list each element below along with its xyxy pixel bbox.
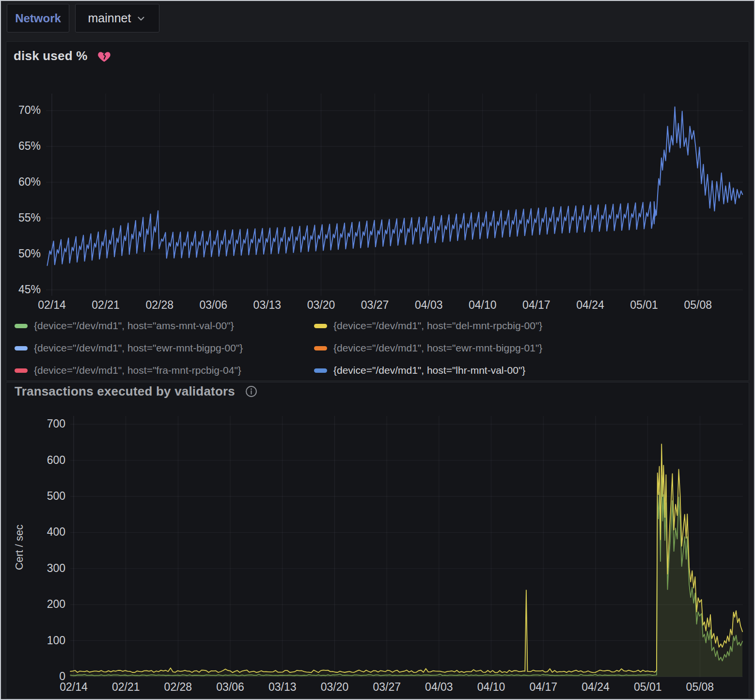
- disk-used-panel-header[interactable]: disk used %: [14, 48, 111, 64]
- xtick-label: 04/10: [456, 299, 509, 312]
- transactions-panel: [6, 382, 749, 699]
- transactions-title: Transactions executed by validators: [15, 384, 235, 399]
- xtick-label: 05/01: [617, 299, 671, 312]
- legend-label: {device="/dev/md1", host="ewr-mnt-bigpg-…: [333, 342, 542, 354]
- legend-item-3[interactable]: {device="/dev/md1", host="ewr-mnt-bigpg-…: [314, 337, 741, 359]
- y-axis-title: Cert / sec: [13, 499, 28, 596]
- legend-label: {device="/dev/md1", host="ams-mnt-val-00…: [34, 320, 234, 332]
- xtick-label: 03/06: [204, 681, 257, 694]
- xtick-label: 04/17: [517, 681, 570, 694]
- ytick-label: 65%: [0, 140, 41, 153]
- xtick-label: 04/24: [564, 299, 617, 312]
- xtick-label: 03/20: [295, 299, 348, 312]
- ytick-label: 300: [22, 562, 65, 575]
- legend-item-4[interactable]: {device="/dev/md1", host="fra-mnt-rpcbig…: [15, 359, 314, 382]
- network-variable-dropdown[interactable]: mainnet: [75, 4, 159, 32]
- legend-label: {device="/dev/md1", host="ewr-mnt-bigpg-…: [34, 342, 243, 354]
- grafana-dashboard: Network mainnet disk used % Transactions…: [0, 0, 755, 700]
- legend-item-0[interactable]: {device="/dev/md1", host="ams-mnt-val-00…: [15, 315, 314, 337]
- ytick-label: 100: [22, 634, 65, 647]
- xtick-label: 02/14: [25, 299, 79, 312]
- xtick-label: 02/28: [151, 681, 204, 694]
- ytick-label: 500: [22, 490, 65, 503]
- xtick-label: 03/27: [348, 299, 402, 312]
- chevron-down-icon: [136, 13, 146, 24]
- xtick-label: 04/17: [510, 299, 563, 312]
- transactions-panel-header[interactable]: Transactions executed by validators: [15, 384, 258, 399]
- broken-heart-icon: [97, 49, 111, 64]
- ytick-label: 45%: [0, 283, 41, 296]
- legend-item-5[interactable]: {device="/dev/md1", host="lhr-mnt-val-00…: [314, 359, 741, 382]
- ytick-label: 600: [22, 454, 65, 467]
- info-icon[interactable]: [245, 385, 258, 398]
- disk-used-legend: {device="/dev/md1", host="ams-mnt-val-00…: [15, 315, 741, 382]
- ytick-label: 700: [22, 417, 65, 430]
- network-value: mainnet: [88, 11, 131, 25]
- xtick-label: 05/01: [621, 681, 675, 694]
- ytick-label: 70%: [0, 104, 41, 117]
- xtick-label: 05/08: [671, 299, 724, 312]
- ytick-label: 200: [22, 598, 65, 611]
- legend-label: {device="/dev/md1", host="lhr-mnt-val-00…: [333, 365, 525, 376]
- disk-used-title: disk used %: [14, 48, 87, 64]
- xtick-label: 02/28: [133, 299, 186, 312]
- legend-swatch: [314, 324, 327, 328]
- legend-label: {device="/dev/md1", host="fra-mnt-rpcbig…: [34, 365, 241, 376]
- legend-label: {device="/dev/md1", host="del-mnt-rpcbig…: [333, 320, 542, 332]
- xtick-label: 05/08: [673, 681, 726, 694]
- xtick-label: 03/13: [256, 681, 309, 694]
- legend-swatch: [15, 324, 28, 328]
- legend-item-2[interactable]: {device="/dev/md1", host="ewr-mnt-bigpg-…: [15, 337, 314, 359]
- network-variable-label: Network: [7, 4, 69, 32]
- legend-swatch: [15, 368, 28, 373]
- legend-swatch: [314, 368, 327, 373]
- legend-swatch: [15, 346, 28, 350]
- network-label: Network: [15, 12, 61, 25]
- xtick-label: 04/03: [412, 681, 466, 694]
- ytick-label: 400: [22, 525, 65, 539]
- xtick-label: 03/13: [240, 299, 294, 312]
- xtick-label: 04/03: [402, 299, 456, 312]
- xtick-label: 03/20: [308, 681, 362, 694]
- xtick-label: 04/24: [569, 681, 622, 694]
- xtick-label: 03/27: [360, 681, 413, 694]
- xtick-label: 03/06: [187, 299, 240, 312]
- legend-swatch: [314, 346, 327, 350]
- xtick-label: 02/14: [47, 681, 100, 694]
- legend-item-1[interactable]: {device="/dev/md1", host="del-mnt-rpcbig…: [314, 315, 741, 337]
- ytick-label: 50%: [0, 247, 41, 260]
- xtick-label: 02/21: [79, 299, 132, 312]
- ytick-label: 55%: [0, 211, 41, 224]
- xtick-label: 02/21: [99, 681, 153, 694]
- ytick-label: 60%: [0, 175, 41, 189]
- xtick-label: 04/10: [465, 681, 518, 694]
